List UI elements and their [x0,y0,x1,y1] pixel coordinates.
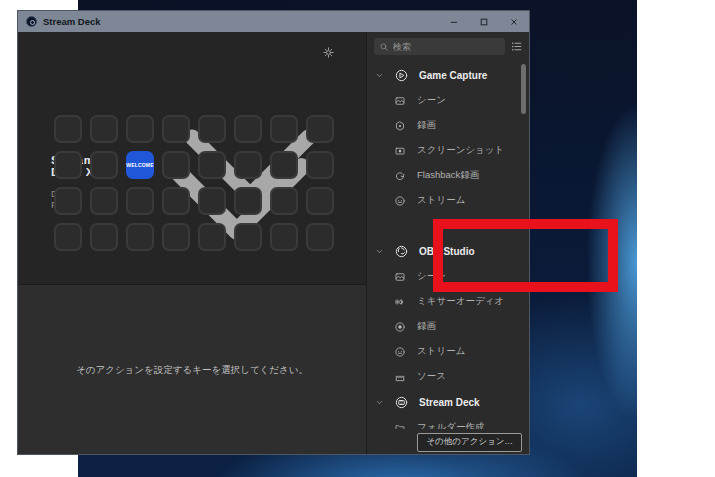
deck-key[interactable] [54,151,82,179]
game-capture-icon [389,68,413,83]
stream-icon [389,346,411,358]
action-group-label: Game Capture [419,70,487,81]
actions-sidebar: Game Captureシーン録画スクリーンショットFlashback録画ストリ… [366,32,529,455]
action-item-scene[interactable]: シーン [367,88,529,113]
action-item-stream[interactable]: ストリーム [367,188,529,213]
deck-key[interactable] [126,187,154,215]
sidebar-scrollbar-thumb[interactable] [521,64,526,114]
action-group-header-obs[interactable]: OBS Studio [367,238,529,264]
action-group-obs: OBS Studioシーンミキサーオーディオ録画ストリームソース [367,238,529,389]
source-icon [389,371,411,383]
chevron-down-icon [375,71,389,80]
action-item-label: 録画 [417,320,436,333]
action-group-game-capture: Game Captureシーン録画スクリーンショットFlashback録画ストリ… [367,62,529,213]
deck-key[interactable] [198,115,226,143]
action-item-label: ストリーム [417,194,465,207]
screenshot-icon [389,145,411,157]
sidebar-footer: その他のアクション… [367,429,529,455]
search-box[interactable] [374,38,505,55]
deck-key[interactable] [306,223,334,251]
main-panel: Stream Deck XL Default Profile WELCOME そ… [18,32,366,455]
more-actions-button[interactable]: その他のアクション… [417,433,522,452]
deck-key[interactable] [90,223,118,251]
action-item-record[interactable]: 録画 [367,314,529,339]
deck-key[interactable] [234,151,262,179]
deck-key[interactable] [126,115,154,143]
deck-key[interactable] [90,115,118,143]
select-key-hint: そのアクションを設定するキーを選択してください。 [76,364,308,377]
deck-key[interactable] [162,115,190,143]
deck-key[interactable] [234,187,262,215]
list-view-icon[interactable] [510,40,523,53]
deck-key[interactable] [270,115,298,143]
deck-key[interactable] [306,187,334,215]
search-row [367,32,529,62]
deck-key[interactable] [270,187,298,215]
action-group-label: Stream Deck [419,397,480,408]
titlebar[interactable]: Stream Deck [18,11,529,32]
deck-key[interactable] [306,115,334,143]
action-group-header-game-capture[interactable]: Game Capture [367,62,529,88]
obs-icon [389,244,413,259]
action-item-label: ストリーム [417,345,465,358]
deck-key-label: WELCOME [126,162,154,168]
deck-key[interactable] [234,115,262,143]
deck-key-active[interactable]: WELCOME [126,151,154,179]
deck-key[interactable] [198,223,226,251]
deck-key[interactable] [90,187,118,215]
action-item-label: シーン [417,94,446,107]
action-list: Game Captureシーン録画スクリーンショットFlashback録画ストリ… [367,62,529,440]
scene-icon [389,271,411,283]
settings-gear-icon[interactable] [321,45,336,60]
action-item-label: ミキサーオーディオ [417,295,504,308]
stream-deck-window: Stream Deck Stream Deck XL Default Profi… [17,10,530,455]
window-controls [439,11,529,32]
action-item-label: Flashback録画 [417,169,479,182]
action-item-source[interactable]: ソース [367,364,529,389]
maximize-button[interactable] [469,11,499,32]
search-icon [379,42,389,52]
deck-key[interactable] [126,223,154,251]
chevron-down-icon [375,247,389,256]
stream-deck-icon [389,395,413,410]
action-group-header-stream-deck[interactable]: Stream Deck [367,389,529,415]
action-group-label: OBS Studio [419,246,475,257]
stream-icon [389,195,411,207]
action-item-label: スクリーンショット [417,144,504,157]
deck-key[interactable] [54,223,82,251]
deck-key[interactable] [270,223,298,251]
audio-mixer-icon [389,296,411,308]
record-icon [389,321,411,333]
window-title: Stream Deck [43,16,101,27]
app-icon [26,16,37,27]
deck-key[interactable] [90,151,118,179]
minimize-button[interactable] [439,11,469,32]
search-input[interactable] [393,42,500,52]
close-button[interactable] [499,11,529,32]
record-hex-icon [389,120,411,132]
deck-key[interactable] [198,187,226,215]
action-item-label: シーン [417,270,446,283]
deck-key[interactable] [198,151,226,179]
deck-key[interactable] [306,151,334,179]
deck-key[interactable] [54,187,82,215]
action-item-audio-mixer[interactable]: ミキサーオーディオ [367,289,529,314]
deck-key[interactable] [162,187,190,215]
action-item-flashback[interactable]: Flashback録画 [367,163,529,188]
scene-icon [389,95,411,107]
deck-key[interactable] [54,115,82,143]
flashback-icon [389,170,411,182]
chevron-down-icon [375,398,389,407]
action-item-screenshot[interactable]: スクリーンショット [367,138,529,163]
action-item-record-hex[interactable]: 録画 [367,113,529,138]
key-inspector-panel: そのアクションを設定するキーを選択してください。 [18,284,366,455]
action-item-stream[interactable]: ストリーム [367,339,529,364]
app-body: Stream Deck XL Default Profile WELCOME そ… [18,32,529,455]
deck-preview-panel: Stream Deck XL Default Profile WELCOME [18,32,366,284]
action-item-scene[interactable]: シーン [367,264,529,289]
deck-key[interactable] [234,223,262,251]
action-item-label: ソース [417,370,446,383]
deck-key[interactable] [162,151,190,179]
deck-key[interactable] [270,151,298,179]
deck-key[interactable] [162,223,190,251]
